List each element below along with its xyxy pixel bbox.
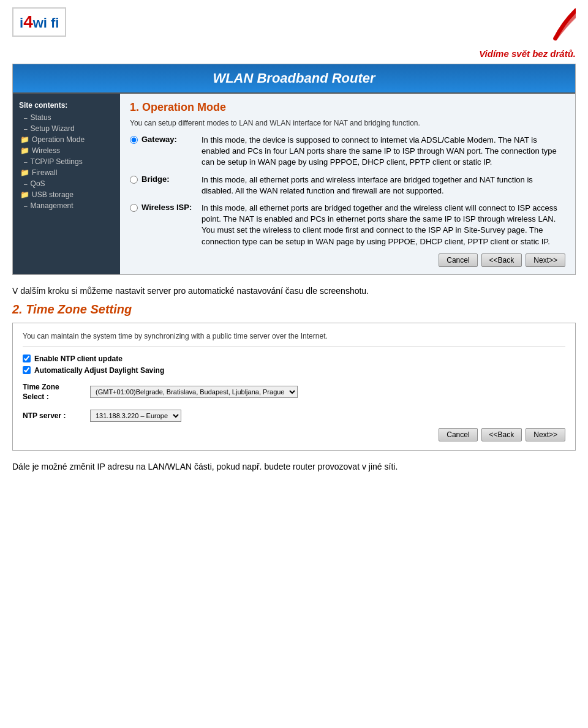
mode-gateway-radio[interactable] <box>130 136 138 144</box>
ntp-server-select[interactable]: 131.188.3.220 – Europe <box>90 410 181 422</box>
folder-icon: 📁 <box>20 168 29 177</box>
logo: i4wi fi <box>12 7 66 37</box>
sidebar-label-wireless: Wireless <box>32 146 60 155</box>
footer-text: Dále je možné změnit IP adresu na LAN/WL… <box>12 460 576 473</box>
timezone-row: Time ZoneSelect : (GMT+01:00)Belgrade, B… <box>23 382 565 403</box>
timezone-label: Time ZoneSelect : <box>23 382 90 403</box>
page-header: i4wi fi Vidíme svět bez drátů. <box>0 0 588 64</box>
folder-icon: 📁 <box>20 190 29 199</box>
tagline: Vidíme svět bez drátů. <box>479 48 576 59</box>
wifi-arc-icon <box>514 7 576 44</box>
sidebar-label-firewall: Firewall <box>32 168 57 177</box>
sidebar-item-tcpip[interactable]: – TCP/IP Settings <box>13 156 120 167</box>
checkbox-daylight-label: Automatically Adjust Daylight Saving <box>34 366 164 375</box>
bullet-icon: – <box>24 203 28 209</box>
section2-container: 2. Time Zone Setting You can maintain th… <box>12 302 576 451</box>
mode-bridge-label: Bridge: <box>141 174 197 184</box>
mode-wisp-radio[interactable] <box>130 204 138 212</box>
section1-title: 1. Operation Mode <box>130 101 565 114</box>
router-screenshot: WLAN Broadband Router Site contents: – S… <box>12 64 576 275</box>
timezone-select[interactable]: (GMT+01:00)Belgrade, Bratislava, Budapes… <box>90 386 298 398</box>
sidebar-item-wireless[interactable]: 📁 Wireless <box>13 145 120 156</box>
header-right: Vidíme svět bez drátů. <box>479 7 576 59</box>
checkbox-daylight-row: Automatically Adjust Daylight Saving <box>23 366 565 375</box>
bullet-icon: – <box>24 114 28 121</box>
mode-bridge-radio[interactable] <box>130 176 138 184</box>
logo-4: 4 <box>23 12 33 31</box>
ntp-server-row: NTP server : 131.188.3.220 – Europe <box>23 410 565 422</box>
sidebar-label-tcpip: TCP/IP Settings <box>31 157 83 166</box>
router-sidebar: Site contents: – Status – Setup Wizard 📁… <box>13 94 120 274</box>
sidebar-item-firewall[interactable]: 📁 Firewall <box>13 167 120 178</box>
sidebar-item-setup-wizard[interactable]: – Setup Wizard <box>13 123 120 134</box>
checkbox-daylight[interactable] <box>23 366 31 374</box>
checkbox-ntp[interactable] <box>23 355 31 362</box>
mode-gateway-label: Gateway: <box>141 135 197 144</box>
section2-title: 2. Time Zone Setting <box>12 302 576 317</box>
sidebar-label-setup-wizard: Setup Wizard <box>31 124 75 133</box>
section1-description: You can setup different modes to LAN and… <box>130 119 565 127</box>
mode-wisp-label: Wireless ISP: <box>141 203 197 212</box>
sidebar-item-qos[interactable]: – QoS <box>13 178 120 189</box>
logo-wifi: wi fi <box>33 15 59 31</box>
sidebar-label-status: Status <box>31 113 51 122</box>
next-button[interactable]: Next>> <box>526 253 565 267</box>
mode-wisp-row: Wireless ISP: In this mode, all ethernet… <box>130 203 565 247</box>
back-button[interactable]: <<Back <box>481 253 522 267</box>
mode-bridge-row: Bridge: In this mode, all ethernet ports… <box>130 174 565 197</box>
sidebar-label-management: Management <box>31 201 74 210</box>
sidebar-item-operation-mode[interactable]: 📁 Operation Mode <box>13 134 120 145</box>
mode-gateway-row: Gateway: In this mode, the device is sup… <box>130 135 565 168</box>
section2-buttons: Cancel <<Back Next>> <box>23 428 565 441</box>
section2-back-button[interactable]: <<Back <box>481 428 522 441</box>
section2-next-button[interactable]: Next>> <box>526 428 565 441</box>
mode-bridge-desc: In this mode, all ethernet ports and wir… <box>202 174 565 197</box>
section2-box: You can maintain the system time by sync… <box>12 323 576 451</box>
cancel-button[interactable]: Cancel <box>439 253 477 267</box>
checkbox-ntp-row: Enable NTP client update <box>23 355 565 363</box>
bullet-icon: – <box>24 159 28 165</box>
sidebar-label-qos: QoS <box>31 179 45 188</box>
router-main-content: 1. Operation Mode You can setup differen… <box>120 94 575 274</box>
folder-icon: 📁 <box>20 135 29 144</box>
section1-buttons: Cancel <<Back Next>> <box>130 253 565 267</box>
sidebar-item-status[interactable]: – Status <box>13 112 120 123</box>
router-title: WLAN Broadband Router <box>13 64 575 94</box>
section2-cancel-button[interactable]: Cancel <box>439 428 477 441</box>
sidebar-item-usb[interactable]: 📁 USB storage <box>13 189 120 200</box>
sidebar-label-usb: USB storage <box>32 190 74 199</box>
bullet-icon: – <box>24 126 28 132</box>
folder-icon: 📁 <box>20 146 29 155</box>
mode-wisp-desc: In this mode, all ethernet ports are bri… <box>202 203 565 247</box>
sidebar-item-management[interactable]: – Management <box>13 200 120 211</box>
ntp-server-label: NTP server : <box>23 411 90 421</box>
checkbox-ntp-label: Enable NTP client update <box>34 355 123 363</box>
bullet-icon: – <box>24 181 28 187</box>
router-body: Site contents: – Status – Setup Wizard 📁… <box>13 94 575 274</box>
sidebar-title: Site contents: <box>13 99 120 112</box>
between-text: V dalším kroku si můžeme nastavit server… <box>12 285 576 298</box>
mode-gateway-desc: In this mode, the device is supposed to … <box>202 135 565 168</box>
sidebar-label-operation-mode: Operation Mode <box>32 135 85 144</box>
section2-description: You can maintain the system time by sync… <box>23 332 565 347</box>
